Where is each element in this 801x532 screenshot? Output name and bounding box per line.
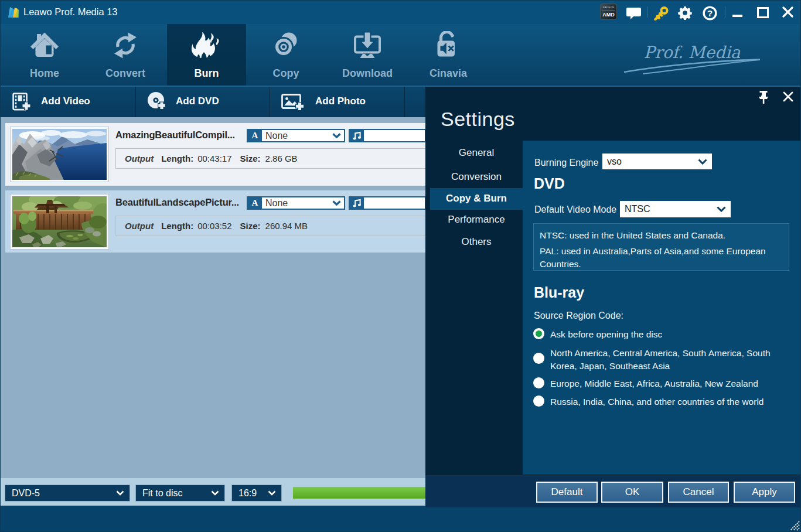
size-value-2: 260.94 MB [265,221,308,231]
add-photo-button[interactable]: Add Photo [270,87,404,117]
main-nav: Home Convert Burn [0,24,801,86]
copy-disc-icon [271,31,301,60]
radio-label-4: Russia, India, China, and other countrie… [550,395,796,408]
size-label-2: Size: [240,221,261,231]
settings-tab-performance[interactable]: Performance [430,210,523,229]
size-value-1: 2.86 GB [265,154,298,163]
nav-home-label: Home [15,67,74,80]
nav-convert[interactable]: Convert [96,24,155,86]
settings-tab-conversion-label: Conversion [451,171,502,182]
leawo-logo-icon [8,5,21,19]
subtitle-select-2[interactable]: A None [247,196,345,210]
media-row-1[interactable]: AmazingBeautifulCompil... A None [5,123,426,186]
nav-cinavia[interactable]: Cinavia [419,24,478,86]
maximize-button[interactable] [757,7,769,18]
audio-value-1 [364,130,425,141]
nav-download[interactable]: Download [338,24,397,86]
help-icon[interactable]: ? [703,6,717,21]
disc-type-select[interactable]: DVD-5 [5,485,130,502]
video-mode-label: Default Video Mode [534,204,616,215]
video-mode-value: NTSC [625,201,650,217]
ok-button[interactable]: OK [601,482,663,503]
titlebar-separator2 [725,6,725,18]
burn-flame-icon [189,31,224,62]
video-mode-select[interactable]: NTSC [620,201,731,217]
help-glyph: ? [707,8,713,18]
nav-copy[interactable]: Copy [257,24,315,86]
radio-circle-4[interactable] [533,395,544,407]
close-button[interactable] [782,6,793,18]
settings-button-bar: Default OK Cancel Apply [425,475,801,507]
amd-badge-text: AMD [601,12,616,18]
audio-select-1[interactable] [349,129,426,142]
app-window: Leawo Prof. Media 13 RADEON AMD ? [0,0,801,532]
media-list: AmazingBeautifulCompil... A None [0,117,425,478]
nav-home[interactable]: Home [15,24,74,86]
register-key-icon[interactable] [653,6,669,21]
radio-circle-2[interactable] [533,353,544,364]
nav-download-label: Download [338,67,397,80]
brand-script: Prof. Media [618,36,771,80]
amd-badge-top-text: RADEON [601,6,616,9]
radio-label-2: North America, Central America, South Am… [550,347,796,372]
settings-tab-performance-label: Performance [448,214,505,225]
pin-icon[interactable] [758,91,769,104]
subtitle-value-1: None [262,130,329,141]
settings-tab-copy-burn-label: Copy & Burn [446,193,507,204]
settings-tab-conversion[interactable]: Conversion [430,168,523,186]
info-line-1: NTSC: used in the United States and Cana… [540,229,783,242]
settings-tab-others-label: Others [461,236,491,247]
nav-convert-label: Convert [96,67,155,80]
subtitle-a-icon: A [248,130,262,141]
settings-title: Settings [441,108,515,131]
cancel-button[interactable]: Cancel [668,482,729,503]
disc-type-value: DVD-5 [5,485,129,501]
minimize-button[interactable] [732,15,742,17]
output-label-2: Output [125,221,154,231]
nav-burn[interactable]: Burn [167,24,246,86]
dvd-heading: DVD [534,175,565,192]
media-thumbnail-1 [10,127,109,182]
size-label-1: Size: [240,154,261,163]
music-note-icon [350,130,364,141]
add-dvd-button[interactable]: Add DVD [136,87,270,117]
radio-circle-3[interactable] [533,377,544,388]
add-photo-icon [281,94,306,111]
media-thumbnail-2 [10,194,109,250]
radio-label-3: Europe, Middle East, Africa, Australia, … [550,377,796,390]
audio-select-2[interactable] [349,196,426,210]
info-line-2: PAL: used in Australia,Parts of Asia,and… [540,245,783,271]
radio-circle-1[interactable] [533,328,544,339]
settings-tab-others[interactable]: Others [430,233,523,251]
subtitle-a-glyph-2: A [252,198,258,208]
aspect-ratio-select[interactable]: 16:9 [231,485,282,502]
settings-gear-icon[interactable] [678,6,692,20]
media-title-2: BeautifulLandscapePictur... [115,197,239,208]
settings-tab-copy-burn[interactable]: Copy & Burn [430,189,523,208]
settings-panel: Settings General Conversion Copy & Burn … [425,87,801,507]
settings-close-icon[interactable] [783,91,793,102]
apply-button[interactable]: Apply [734,482,795,503]
default-button[interactable]: Default [536,482,598,503]
length-value-1: 00:43:17 [197,154,231,163]
video-mode-info-box: NTSC: used in the United States and Cana… [533,223,789,271]
radio-label-1: Ask before opening the disc [550,328,796,341]
length-value-2: 00:03:52 [197,221,231,231]
fit-mode-select[interactable]: Fit to disc [135,485,225,502]
nav-cinavia-label: Cinavia [419,67,478,80]
resize-grip[interactable] [789,520,800,531]
region-code-label: Source Region Code: [534,311,623,321]
subtitle-select-1[interactable]: A None [247,129,345,142]
toolbar: Add Video Add DVD Add Photo [0,87,425,117]
media-row-2[interactable]: BeautifulLandscapePictur... A None [5,190,426,253]
subtitle-a-glyph: A [252,131,258,141]
burning-engine-select[interactable]: vso [602,154,712,169]
add-video-button[interactable]: Add Video [0,87,135,117]
radio-dot-icon [536,330,542,337]
convert-icon [110,31,141,60]
toolbar-separator3 [404,87,405,117]
settings-tab-general[interactable]: General [430,144,523,162]
add-photo-label: Add Photo [315,96,366,107]
message-icon[interactable] [626,7,642,20]
home-icon [29,31,60,60]
